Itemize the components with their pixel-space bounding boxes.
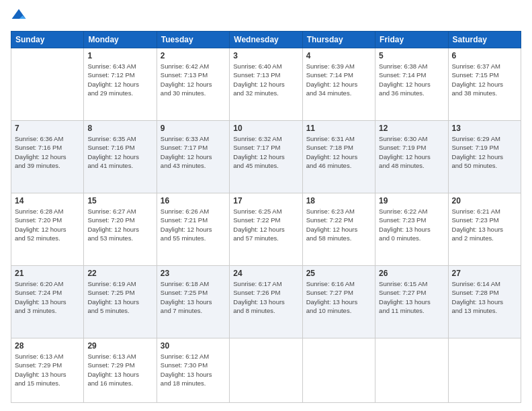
day-number: 14: [15, 196, 80, 205]
calendar-week-row: 1Sunrise: 6:43 AMSunset: 7:12 PMDaylight…: [11, 48, 521, 121]
weekday-header-friday: Friday: [375, 32, 448, 48]
calendar-cell: 28Sunrise: 6:13 AMSunset: 7:29 PMDayligh…: [11, 338, 84, 403]
day-number: 27: [452, 269, 517, 278]
calendar-cell: 24Sunrise: 6:17 AMSunset: 7:26 PMDayligh…: [230, 266, 302, 338]
header: [11, 8, 521, 24]
calendar-cell: 12Sunrise: 6:30 AMSunset: 7:19 PMDayligh…: [375, 121, 448, 193]
day-info: Sunrise: 6:40 AMSunset: 7:13 PMDaylight:…: [233, 62, 298, 97]
calendar-cell: 11Sunrise: 6:31 AMSunset: 7:18 PMDayligh…: [302, 121, 375, 193]
day-info: Sunrise: 6:26 AMSunset: 7:21 PMDaylight:…: [161, 207, 226, 242]
calendar-week-row: 28Sunrise: 6:13 AMSunset: 7:29 PMDayligh…: [11, 338, 521, 403]
calendar-cell: [230, 338, 302, 403]
day-info: Sunrise: 6:25 AMSunset: 7:22 PMDaylight:…: [233, 207, 298, 242]
day-number: 1: [87, 51, 152, 60]
weekday-header-sunday: Sunday: [11, 32, 84, 48]
logo-icon: [11, 8, 27, 24]
calendar-cell: 4Sunrise: 6:39 AMSunset: 7:14 PMDaylight…: [302, 48, 375, 121]
calendar-cell: 15Sunrise: 6:27 AMSunset: 7:20 PMDayligh…: [84, 193, 157, 266]
calendar-cell: 2Sunrise: 6:42 AMSunset: 7:13 PMDaylight…: [157, 48, 229, 121]
day-info: Sunrise: 6:17 AMSunset: 7:26 PMDaylight:…: [233, 279, 298, 315]
calendar-cell: [302, 338, 375, 403]
day-number: 10: [233, 124, 298, 133]
day-info: Sunrise: 6:36 AMSunset: 7:16 PMDaylight:…: [15, 134, 80, 170]
day-info: Sunrise: 6:14 AMSunset: 7:28 PMDaylight:…: [452, 279, 517, 315]
day-info: Sunrise: 6:33 AMSunset: 7:17 PMDaylight:…: [161, 134, 226, 170]
calendar-cell: 21Sunrise: 6:20 AMSunset: 7:24 PMDayligh…: [11, 266, 84, 338]
calendar-cell: 9Sunrise: 6:33 AMSunset: 7:17 PMDaylight…: [157, 121, 229, 193]
day-number: 28: [15, 341, 80, 351]
calendar-week-row: 14Sunrise: 6:28 AMSunset: 7:20 PMDayligh…: [11, 193, 521, 266]
calendar-week-row: 21Sunrise: 6:20 AMSunset: 7:24 PMDayligh…: [11, 266, 521, 338]
day-number: 8: [87, 124, 152, 133]
calendar-cell: 13Sunrise: 6:29 AMSunset: 7:19 PMDayligh…: [448, 121, 521, 193]
calendar-cell: 19Sunrise: 6:22 AMSunset: 7:23 PMDayligh…: [375, 193, 448, 266]
day-number: 30: [161, 341, 226, 351]
day-number: 18: [306, 196, 371, 205]
calendar-cell: [11, 48, 84, 121]
day-info: Sunrise: 6:30 AMSunset: 7:19 PMDaylight:…: [379, 134, 444, 170]
day-number: 22: [87, 269, 152, 278]
day-number: 29: [87, 341, 152, 351]
day-number: 13: [452, 124, 517, 133]
day-info: Sunrise: 6:37 AMSunset: 7:15 PMDaylight:…: [452, 62, 517, 97]
day-info: Sunrise: 6:29 AMSunset: 7:19 PMDaylight:…: [452, 134, 517, 170]
day-info: Sunrise: 6:31 AMSunset: 7:18 PMDaylight:…: [306, 134, 371, 170]
day-info: Sunrise: 6:32 AMSunset: 7:17 PMDaylight:…: [233, 134, 298, 170]
day-number: 15: [87, 196, 152, 205]
weekday-header-wednesday: Wednesday: [230, 32, 302, 48]
day-info: Sunrise: 6:20 AMSunset: 7:24 PMDaylight:…: [15, 279, 80, 315]
day-info: Sunrise: 6:21 AMSunset: 7:23 PMDaylight:…: [452, 207, 517, 242]
calendar-cell: 1Sunrise: 6:43 AMSunset: 7:12 PMDaylight…: [84, 48, 157, 121]
day-number: 23: [161, 269, 226, 278]
day-info: Sunrise: 6:42 AMSunset: 7:13 PMDaylight:…: [161, 62, 226, 97]
calendar-cell: 25Sunrise: 6:16 AMSunset: 7:27 PMDayligh…: [302, 266, 375, 338]
calendar-cell: 20Sunrise: 6:21 AMSunset: 7:23 PMDayligh…: [448, 193, 521, 266]
calendar-cell: 14Sunrise: 6:28 AMSunset: 7:20 PMDayligh…: [11, 193, 84, 266]
day-number: 5: [379, 51, 444, 60]
page: SundayMondayTuesdayWednesdayThursdayFrid…: [0, 0, 532, 411]
day-number: 2: [161, 51, 226, 60]
calendar-cell: 17Sunrise: 6:25 AMSunset: 7:22 PMDayligh…: [230, 193, 302, 266]
calendar-cell: 8Sunrise: 6:35 AMSunset: 7:16 PMDaylight…: [84, 121, 157, 193]
day-number: 11: [306, 124, 371, 133]
day-info: Sunrise: 6:39 AMSunset: 7:14 PMDaylight:…: [306, 62, 371, 97]
calendar-cell: 29Sunrise: 6:13 AMSunset: 7:29 PMDayligh…: [84, 338, 157, 403]
calendar-cell: 5Sunrise: 6:38 AMSunset: 7:14 PMDaylight…: [375, 48, 448, 121]
day-number: 7: [15, 124, 80, 133]
day-number: 9: [161, 124, 226, 133]
calendar-table: SundayMondayTuesdayWednesdayThursdayFrid…: [11, 31, 521, 403]
calendar-cell: 23Sunrise: 6:18 AMSunset: 7:25 PMDayligh…: [157, 266, 229, 338]
calendar-cell: 3Sunrise: 6:40 AMSunset: 7:13 PMDaylight…: [230, 48, 302, 121]
calendar-cell: [375, 338, 448, 403]
day-info: Sunrise: 6:35 AMSunset: 7:16 PMDaylight:…: [87, 134, 152, 170]
calendar-header-row: SundayMondayTuesdayWednesdayThursdayFrid…: [11, 32, 521, 48]
calendar-cell: [448, 338, 521, 403]
calendar-cell: 6Sunrise: 6:37 AMSunset: 7:15 PMDaylight…: [448, 48, 521, 121]
calendar-week-row: 7Sunrise: 6:36 AMSunset: 7:16 PMDaylight…: [11, 121, 521, 193]
calendar-cell: 22Sunrise: 6:19 AMSunset: 7:25 PMDayligh…: [84, 266, 157, 338]
day-number: 24: [233, 269, 298, 278]
weekday-header-thursday: Thursday: [302, 32, 375, 48]
day-info: Sunrise: 6:22 AMSunset: 7:23 PMDaylight:…: [379, 207, 444, 242]
day-number: 25: [306, 269, 371, 278]
calendar-cell: 18Sunrise: 6:23 AMSunset: 7:22 PMDayligh…: [302, 193, 375, 266]
day-number: 21: [15, 269, 80, 278]
day-info: Sunrise: 6:12 AMSunset: 7:30 PMDaylight:…: [161, 352, 226, 387]
day-info: Sunrise: 6:38 AMSunset: 7:14 PMDaylight:…: [379, 62, 444, 97]
day-number: 3: [233, 51, 298, 60]
day-info: Sunrise: 6:43 AMSunset: 7:12 PMDaylight:…: [87, 62, 152, 97]
calendar-cell: 27Sunrise: 6:14 AMSunset: 7:28 PMDayligh…: [448, 266, 521, 338]
day-number: 16: [161, 196, 226, 205]
weekday-header-monday: Monday: [84, 32, 157, 48]
day-number: 4: [306, 51, 371, 60]
day-number: 6: [452, 51, 517, 60]
day-info: Sunrise: 6:13 AMSunset: 7:29 PMDaylight:…: [15, 352, 80, 387]
calendar-cell: 7Sunrise: 6:36 AMSunset: 7:16 PMDaylight…: [11, 121, 84, 193]
day-number: 20: [452, 196, 517, 205]
day-info: Sunrise: 6:19 AMSunset: 7:25 PMDaylight:…: [87, 279, 152, 315]
day-info: Sunrise: 6:27 AMSunset: 7:20 PMDaylight:…: [87, 207, 152, 242]
day-info: Sunrise: 6:15 AMSunset: 7:27 PMDaylight:…: [379, 279, 444, 315]
weekday-header-saturday: Saturday: [448, 32, 521, 48]
day-info: Sunrise: 6:23 AMSunset: 7:22 PMDaylight:…: [306, 207, 371, 242]
day-number: 17: [233, 196, 298, 205]
